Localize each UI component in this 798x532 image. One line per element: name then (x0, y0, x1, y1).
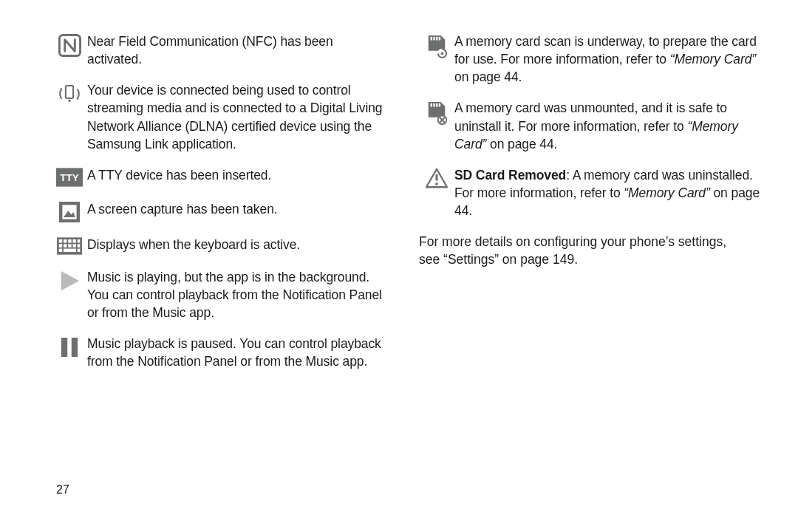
settings-footnote: For more details on configuring your pho… (419, 233, 765, 268)
right-column: A memory card scan is underway, to prepa… (409, 33, 765, 532)
svg-rect-15 (78, 239, 81, 242)
nfc-desc: Near Field Communication (NFC) has been … (87, 33, 391, 68)
sd-scan-desc: A memory card scan is underway, to prepa… (454, 33, 765, 86)
item-screenshot: A screen capture has been taken. (52, 200, 391, 222)
sd-scan-icon (419, 33, 454, 59)
svg-rect-22 (64, 248, 76, 251)
svg-rect-12 (64, 239, 66, 242)
item-nfc: Near Field Communication (NFC) has been … (52, 33, 391, 68)
svg-rect-33 (431, 103, 432, 107)
dlna-desc: Your device is connected being used to c… (87, 81, 391, 153)
svg-rect-14 (72, 239, 75, 242)
svg-marker-24 (61, 271, 79, 290)
item-tty: TTY A TTY device has been inserted. (52, 166, 391, 187)
svg-rect-23 (78, 248, 81, 251)
tty-icon: TTY (52, 166, 87, 187)
sd-unmount-icon (419, 99, 454, 126)
svg-rect-29 (436, 37, 437, 41)
svg-rect-17 (64, 244, 66, 247)
item-sd-removed: SD Card Removed: A memory card was unins… (419, 166, 765, 219)
screenshot-desc: A screen capture has been taken. (87, 200, 391, 218)
item-music-play: Music is playing, but the app is in the … (52, 268, 391, 321)
nfc-icon (52, 33, 87, 57)
sd-unmount-desc: A memory card was unmounted, and it is s… (454, 99, 765, 152)
sd-removed-desc: SD Card Removed: A memory card was unins… (454, 166, 765, 219)
svg-rect-25 (61, 338, 67, 357)
left-column: Near Field Communication (NFC) has been … (52, 33, 409, 532)
svg-rect-30 (439, 37, 440, 41)
svg-rect-26 (72, 338, 78, 357)
tty-desc: A TTY device has been inserted. (87, 166, 391, 184)
item-music-pause: Music playback is paused. You can contro… (52, 335, 391, 370)
page-number: 27 (56, 483, 69, 497)
svg-rect-19 (72, 244, 75, 247)
svg-rect-34 (433, 103, 434, 107)
manual-page: Near Field Communication (NFC) has been … (0, 0, 798, 532)
dlna-icon (52, 81, 87, 105)
music-pause-desc: Music playback is paused. You can contro… (87, 335, 391, 370)
svg-rect-1 (66, 86, 73, 98)
play-icon (52, 268, 87, 292)
svg-rect-27 (431, 37, 432, 41)
svg-rect-21 (59, 248, 62, 251)
warning-icon (419, 166, 454, 188)
item-keyboard: Displays when the keyboard is active. (52, 236, 391, 255)
item-sd-unmount: A memory card was unmounted, and it is s… (419, 99, 765, 152)
svg-rect-28 (433, 37, 434, 41)
music-play-desc: Music is playing, but the app is in the … (87, 268, 391, 321)
svg-rect-36 (439, 103, 440, 107)
keyboard-desc: Displays when the keyboard is active. (87, 236, 391, 253)
svg-point-32 (441, 52, 444, 55)
svg-rect-16 (59, 244, 62, 247)
pause-icon (52, 335, 87, 358)
svg-point-2 (68, 100, 70, 102)
svg-rect-40 (436, 174, 438, 181)
keyboard-icon (52, 236, 87, 255)
svg-rect-35 (436, 103, 437, 107)
svg-rect-18 (68, 244, 71, 247)
screenshot-icon (52, 200, 87, 222)
svg-text:TTY: TTY (60, 172, 79, 183)
svg-rect-11 (59, 239, 62, 242)
svg-rect-13 (68, 239, 71, 242)
item-dlna: Your device is connected being used to c… (52, 81, 391, 153)
svg-point-41 (435, 183, 438, 185)
item-sd-scan: A memory card scan is underway, to prepa… (419, 33, 765, 86)
svg-rect-20 (78, 244, 81, 247)
